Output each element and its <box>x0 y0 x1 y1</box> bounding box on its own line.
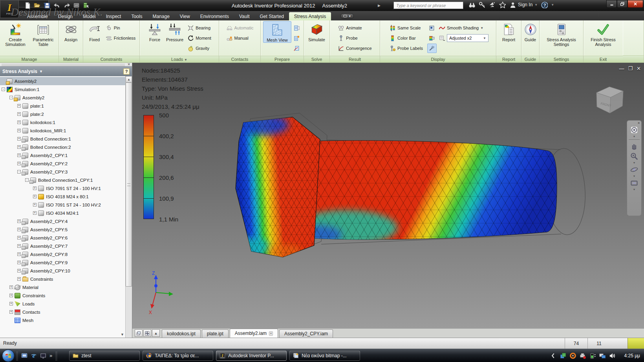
tree-item[interactable]: -Simulation:1 <box>0 85 125 93</box>
subscription-icon[interactable] <box>478 1 485 8</box>
tree-item[interactable]: +ISO 4034 M24:1 <box>0 209 125 217</box>
tree-expander[interactable]: - <box>9 96 13 99</box>
tree-expander[interactable]: + <box>9 302 13 305</box>
stress-analysis-settings-button[interactable]: Stress Analysis Settings <box>541 21 582 47</box>
mesh-view-button[interactable]: Mesh View <box>263 21 291 43</box>
help-icon[interactable]: ? <box>541 1 548 8</box>
search-icon[interactable] <box>468 1 475 8</box>
convergence-button[interactable]: Convergence <box>336 43 373 53</box>
tree-expander[interactable]: + <box>9 285 13 289</box>
tree-expander[interactable]: - <box>2 88 5 91</box>
force-button[interactable]: Force <box>146 21 164 42</box>
taskbar-grip[interactable] <box>55 351 57 360</box>
restore-button[interactable] <box>617 0 628 8</box>
chevron-left-icon[interactable] <box>550 352 557 359</box>
minimize-button[interactable] <box>606 0 617 8</box>
tree-item[interactable]: +Assembly2_CPY:1 <box>0 151 125 159</box>
ribbon-tab-stress-analysis[interactable]: Stress Analysis <box>289 12 331 20</box>
chevron-down-icon[interactable]: ▼ <box>551 3 554 7</box>
redo-icon[interactable] <box>62 1 71 9</box>
application-menu-button[interactable]: I PRO <box>0 0 19 18</box>
tree-expander[interactable]: + <box>17 277 21 281</box>
collapse-tabs-icon[interactable]: ▲ <box>152 329 160 337</box>
bearing-load-button[interactable]: Bearing <box>186 23 213 33</box>
tree-item[interactable]: +Assembly2_CPY:5 <box>0 225 125 234</box>
pin-constraint-button[interactable]: Pin <box>104 23 137 33</box>
panel-label-solve[interactable]: Solve <box>304 56 329 62</box>
update-icon[interactable] <box>72 1 80 9</box>
gravity-button[interactable]: Gravity <box>186 43 213 53</box>
taskbar-button[interactable]: IAutodesk Inventor P... <box>216 351 287 361</box>
undo-icon[interactable] <box>52 1 61 9</box>
tree-item[interactable]: +Loads <box>0 300 125 308</box>
tree-item[interactable]: +ISO 7091 ST 24 - 100 HV:2 <box>0 201 125 209</box>
panel-label-loads[interactable]: Loads ▼ <box>140 56 219 62</box>
tree-item[interactable]: +Assembly2_CPY:8 <box>0 250 125 258</box>
manual-contacts-button[interactable]: Manual <box>225 33 255 43</box>
ribbon-tab-tools[interactable]: Tools <box>126 12 147 20</box>
internet-explorer-icon[interactable]: e <box>29 351 38 360</box>
browser-close-icon[interactable]: ✕ <box>127 62 130 66</box>
tree-item[interactable]: +Contacts <box>0 308 125 316</box>
help-search-input[interactable]: Type a keyword or phrase <box>393 2 463 9</box>
ribbon-options-button[interactable]: ▼ <box>340 13 354 19</box>
tree-expander[interactable]: + <box>17 112 21 116</box>
tree-expander[interactable]: + <box>17 104 21 108</box>
tree-expander[interactable]: + <box>17 121 21 124</box>
ribbon-tab-inspect[interactable]: Inspect <box>101 12 126 20</box>
tile-windows-icon[interactable] <box>143 329 151 337</box>
cascade-windows-icon[interactable] <box>135 329 143 337</box>
tree-expander[interactable]: + <box>17 154 21 157</box>
orange-app-icon[interactable] <box>569 352 576 359</box>
navbar-close-icon[interactable]: ✕ <box>637 122 640 125</box>
zoom-icon[interactable] <box>629 151 639 161</box>
panel-label-report[interactable]: Report <box>496 56 521 62</box>
panel-label-result[interactable]: Result <box>330 56 380 62</box>
probe-button[interactable]: Probe <box>336 33 373 43</box>
tree-expander[interactable]: + <box>33 186 37 190</box>
communication-icon[interactable] <box>488 1 496 8</box>
document-tab[interactable]: koilodokos.ipt <box>162 329 201 338</box>
tree-item[interactable]: +Assembly2_CPY:4 <box>0 217 125 225</box>
tree-item[interactable]: +Constraints <box>0 291 125 300</box>
doc-minimize-button[interactable]: — <box>619 66 624 71</box>
sync-cube-icon[interactable] <box>560 352 567 359</box>
probe-labels-button[interactable]: Probe Labels <box>388 43 424 53</box>
panel-label-material[interactable]: Material <box>59 56 83 62</box>
fixed-constraint-button[interactable]: Fixed <box>86 21 104 42</box>
panel-label-guide[interactable]: Guide <box>521 56 539 62</box>
tree-item[interactable]: +Assembly2_CPY:2 <box>0 159 125 168</box>
tree-item[interactable]: -Bolted Connection1_CPY:1 <box>0 176 125 184</box>
tree-dropdown-icon[interactable]: ▼ <box>121 333 124 336</box>
browser-grip[interactable]: ✕ <box>0 63 132 66</box>
chevron-down-icon[interactable]: ▼ <box>633 188 636 191</box>
tree-expander[interactable]: + <box>33 195 37 198</box>
sign-in-button[interactable]: Sign In ▼ <box>509 1 538 8</box>
guide-button[interactable]: Guide <box>522 21 538 42</box>
ribbon-tab-design[interactable]: Design <box>53 12 78 20</box>
taskbar-button[interactable]: Νέα εικόνα bitmap -... <box>289 351 360 361</box>
tree-item[interactable]: +ISO 7091 ST 24 - 100 HV:1 <box>0 184 125 192</box>
save-icon[interactable] <box>42 1 51 9</box>
ribbon-tab-assemble[interactable]: Assemble <box>22 12 53 20</box>
document-tab[interactable]: Assembly2.iam× <box>230 329 278 338</box>
smooth-shading-dropdown[interactable]: Smooth Shading ▼ <box>439 23 488 33</box>
select-tool-icon[interactable] <box>82 1 90 9</box>
doc-close-button[interactable]: ✕ <box>637 66 641 71</box>
simulate-button[interactable]: Simulate <box>305 21 329 42</box>
speaker-icon[interactable] <box>609 352 616 359</box>
document-tab[interactable]: Assembly2_CPY.iam <box>279 329 333 338</box>
tree-expander[interactable]: + <box>33 203 37 207</box>
tree-item[interactable]: +Assembly2 <box>0 77 125 85</box>
panel-label-contacts[interactable]: Contacts <box>219 56 260 62</box>
tree-expander[interactable]: + <box>17 137 21 141</box>
tree-item[interactable]: +Assembly2_CPY:6 <box>0 234 125 242</box>
quick-launch-overflow-icon[interactable]: » <box>49 353 52 358</box>
ribbon-tab-manage[interactable]: Manage <box>147 12 174 20</box>
chevron-down-icon[interactable]: ▼ <box>633 175 636 178</box>
browser-help-button[interactable]: ? <box>123 68 130 75</box>
printer-icon[interactable] <box>579 352 586 359</box>
color-bar-button[interactable]: Color Bar <box>388 33 424 43</box>
browser-header[interactable]: Stress Analysis ▼ ? <box>0 66 132 76</box>
adjusted-scale-combo[interactable]: Adjusted x2 ▼ <box>447 34 488 42</box>
